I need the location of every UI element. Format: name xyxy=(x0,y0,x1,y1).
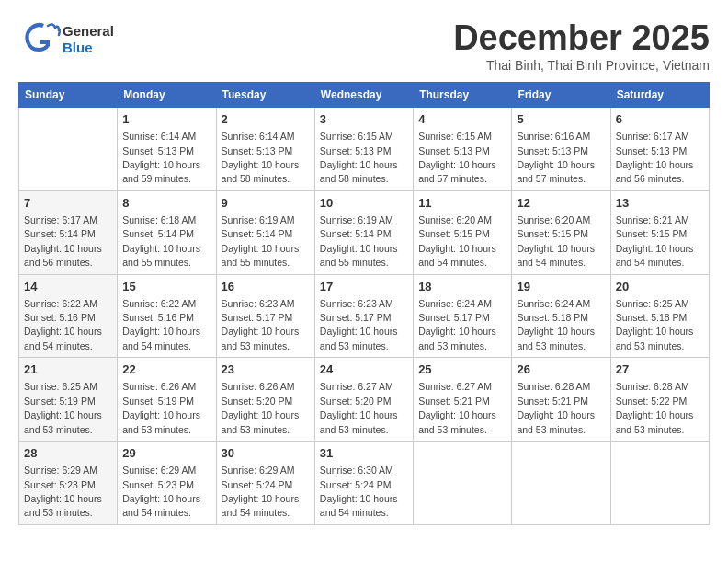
day-info: Sunrise: 6:25 AMSunset: 5:18 PMDaylight:… xyxy=(616,298,694,351)
calendar-cell: 23Sunrise: 6:26 AMSunset: 5:20 PMDayligh… xyxy=(216,358,314,442)
calendar-cell xyxy=(19,108,118,191)
day-number: 9 xyxy=(222,195,310,212)
day-number: 29 xyxy=(122,445,210,462)
day-info: Sunrise: 6:28 AMSunset: 5:22 PMDaylight:… xyxy=(616,381,694,434)
day-info: Sunrise: 6:24 AMSunset: 5:17 PMDaylight:… xyxy=(418,298,496,351)
day-number: 30 xyxy=(222,445,310,462)
calendar-week-row: 28Sunrise: 6:29 AMSunset: 5:23 PMDayligh… xyxy=(19,442,710,525)
calendar-cell: 1Sunrise: 6:14 AMSunset: 5:13 PMDaylight… xyxy=(118,108,216,191)
calendar-header-row: SundayMondayTuesdayWednesdayThursdayFrid… xyxy=(19,83,710,108)
calendar-cell: 19Sunrise: 6:24 AMSunset: 5:18 PMDayligh… xyxy=(512,274,610,358)
calendar-cell: 14Sunrise: 6:22 AMSunset: 5:16 PMDayligh… xyxy=(19,274,118,358)
day-info: Sunrise: 6:18 AMSunset: 5:14 PMDaylight:… xyxy=(122,214,200,268)
calendar-cell: 22Sunrise: 6:26 AMSunset: 5:19 PMDayligh… xyxy=(118,358,216,442)
day-number: 3 xyxy=(320,111,408,128)
day-info: Sunrise: 6:22 AMSunset: 5:16 PMDaylight:… xyxy=(122,298,200,351)
day-number: 21 xyxy=(24,362,112,378)
calendar-cell: 6Sunrise: 6:17 AMSunset: 5:13 PMDaylight… xyxy=(610,108,709,191)
day-number: 28 xyxy=(24,445,112,462)
header-day-wednesday: Wednesday xyxy=(314,83,413,108)
calendar-cell xyxy=(610,442,709,525)
day-info: Sunrise: 6:15 AMSunset: 5:13 PMDaylight:… xyxy=(320,131,398,184)
header-day-tuesday: Tuesday xyxy=(216,83,314,108)
calendar-location: Thai Binh, Thai Binh Province, Vietnam xyxy=(453,58,710,73)
day-info: Sunrise: 6:20 AMSunset: 5:15 PMDaylight:… xyxy=(517,214,595,268)
day-number: 12 xyxy=(517,195,605,212)
calendar-cell: 17Sunrise: 6:23 AMSunset: 5:17 PMDayligh… xyxy=(314,274,413,358)
logo-general: General xyxy=(63,23,114,39)
day-info: Sunrise: 6:26 AMSunset: 5:20 PMDaylight:… xyxy=(222,381,300,434)
calendar-cell: 12Sunrise: 6:20 AMSunset: 5:15 PMDayligh… xyxy=(512,190,610,274)
day-number: 17 xyxy=(320,279,408,295)
calendar-cell: 15Sunrise: 6:22 AMSunset: 5:16 PMDayligh… xyxy=(118,274,216,358)
day-number: 24 xyxy=(320,362,408,378)
day-info: Sunrise: 6:30 AMSunset: 5:24 PMDaylight:… xyxy=(320,465,398,518)
day-number: 18 xyxy=(418,279,506,295)
header-day-thursday: Thursday xyxy=(414,83,512,108)
day-number: 19 xyxy=(517,279,605,295)
day-number: 5 xyxy=(517,111,605,128)
calendar-cell: 27Sunrise: 6:28 AMSunset: 5:22 PMDayligh… xyxy=(610,358,709,442)
calendar-cell xyxy=(414,442,512,525)
calendar-body: 1Sunrise: 6:14 AMSunset: 5:13 PMDaylight… xyxy=(19,108,710,525)
day-info: Sunrise: 6:25 AMSunset: 5:19 PMDaylight:… xyxy=(24,381,102,434)
day-number: 4 xyxy=(418,111,506,128)
day-number: 1 xyxy=(122,111,210,128)
calendar-week-row: 7Sunrise: 6:17 AMSunset: 5:14 PMDaylight… xyxy=(19,190,710,274)
calendar-cell: 3Sunrise: 6:15 AMSunset: 5:13 PMDaylight… xyxy=(314,108,413,191)
day-number: 25 xyxy=(418,362,506,378)
calendar-cell: 30Sunrise: 6:29 AMSunset: 5:24 PMDayligh… xyxy=(216,442,314,525)
day-info: Sunrise: 6:17 AMSunset: 5:13 PMDaylight:… xyxy=(616,131,694,184)
header-day-monday: Monday xyxy=(118,83,216,108)
day-number: 13 xyxy=(616,195,704,212)
header-day-friday: Friday xyxy=(512,83,610,108)
day-number: 7 xyxy=(24,195,112,212)
calendar-cell: 8Sunrise: 6:18 AMSunset: 5:14 PMDaylight… xyxy=(118,190,216,274)
calendar-cell: 7Sunrise: 6:17 AMSunset: 5:14 PMDaylight… xyxy=(19,190,118,274)
day-info: Sunrise: 6:29 AMSunset: 5:23 PMDaylight:… xyxy=(122,465,200,518)
day-info: Sunrise: 6:23 AMSunset: 5:17 PMDaylight:… xyxy=(222,298,300,351)
calendar-cell: 4Sunrise: 6:15 AMSunset: 5:13 PMDaylight… xyxy=(414,108,512,191)
day-info: Sunrise: 6:27 AMSunset: 5:21 PMDaylight:… xyxy=(418,381,496,434)
day-info: Sunrise: 6:15 AMSunset: 5:13 PMDaylight:… xyxy=(418,131,496,184)
day-info: Sunrise: 6:29 AMSunset: 5:23 PMDaylight:… xyxy=(24,465,102,518)
header-day-sunday: Sunday xyxy=(19,83,118,108)
calendar-week-row: 21Sunrise: 6:25 AMSunset: 5:19 PMDayligh… xyxy=(19,358,710,442)
day-info: Sunrise: 6:14 AMSunset: 5:13 PMDaylight:… xyxy=(122,131,200,184)
day-number: 16 xyxy=(222,279,310,295)
day-info: Sunrise: 6:22 AMSunset: 5:16 PMDaylight:… xyxy=(24,298,102,351)
day-info: Sunrise: 6:24 AMSunset: 5:18 PMDaylight:… xyxy=(517,298,595,351)
day-info: Sunrise: 6:16 AMSunset: 5:13 PMDaylight:… xyxy=(517,131,595,184)
day-number: 6 xyxy=(616,111,704,128)
day-number: 27 xyxy=(616,362,704,378)
calendar-cell: 16Sunrise: 6:23 AMSunset: 5:17 PMDayligh… xyxy=(216,274,314,358)
day-info: Sunrise: 6:27 AMSunset: 5:20 PMDaylight:… xyxy=(320,381,398,434)
day-info: Sunrise: 6:14 AMSunset: 5:13 PMDaylight:… xyxy=(222,131,300,184)
day-info: Sunrise: 6:19 AMSunset: 5:14 PMDaylight:… xyxy=(320,214,398,268)
calendar-cell: 29Sunrise: 6:29 AMSunset: 5:23 PMDayligh… xyxy=(118,442,216,525)
calendar-cell: 18Sunrise: 6:24 AMSunset: 5:17 PMDayligh… xyxy=(414,274,512,358)
calendar-week-row: 14Sunrise: 6:22 AMSunset: 5:16 PMDayligh… xyxy=(19,274,710,358)
day-info: Sunrise: 6:23 AMSunset: 5:17 PMDaylight:… xyxy=(320,298,398,351)
logo-blue: Blue xyxy=(63,40,93,55)
calendar-cell: 26Sunrise: 6:28 AMSunset: 5:21 PMDayligh… xyxy=(512,358,610,442)
day-number: 14 xyxy=(24,279,112,295)
calendar-table: SundayMondayTuesdayWednesdayThursdayFrid… xyxy=(18,82,710,525)
day-number: 10 xyxy=(320,195,408,212)
calendar-cell: 31Sunrise: 6:30 AMSunset: 5:24 PMDayligh… xyxy=(314,442,413,525)
logo-svg xyxy=(18,18,61,61)
day-info: Sunrise: 6:21 AMSunset: 5:15 PMDaylight:… xyxy=(616,214,694,268)
day-info: Sunrise: 6:20 AMSunset: 5:15 PMDaylight:… xyxy=(418,214,496,268)
day-info: Sunrise: 6:26 AMSunset: 5:19 PMDaylight:… xyxy=(122,381,200,434)
calendar-cell: 25Sunrise: 6:27 AMSunset: 5:21 PMDayligh… xyxy=(414,358,512,442)
calendar-cell: 13Sunrise: 6:21 AMSunset: 5:15 PMDayligh… xyxy=(610,190,709,274)
day-info: Sunrise: 6:29 AMSunset: 5:24 PMDaylight:… xyxy=(222,465,300,518)
calendar-main-title: December 2025 xyxy=(453,18,710,58)
day-info: Sunrise: 6:28 AMSunset: 5:21 PMDaylight:… xyxy=(517,381,595,434)
calendar-cell: 20Sunrise: 6:25 AMSunset: 5:18 PMDayligh… xyxy=(610,274,709,358)
calendar-cell: 21Sunrise: 6:25 AMSunset: 5:19 PMDayligh… xyxy=(19,358,118,442)
day-number: 2 xyxy=(222,111,310,128)
calendar-week-row: 1Sunrise: 6:14 AMSunset: 5:13 PMDaylight… xyxy=(19,108,710,191)
day-number: 15 xyxy=(122,279,210,295)
day-number: 20 xyxy=(616,279,704,295)
